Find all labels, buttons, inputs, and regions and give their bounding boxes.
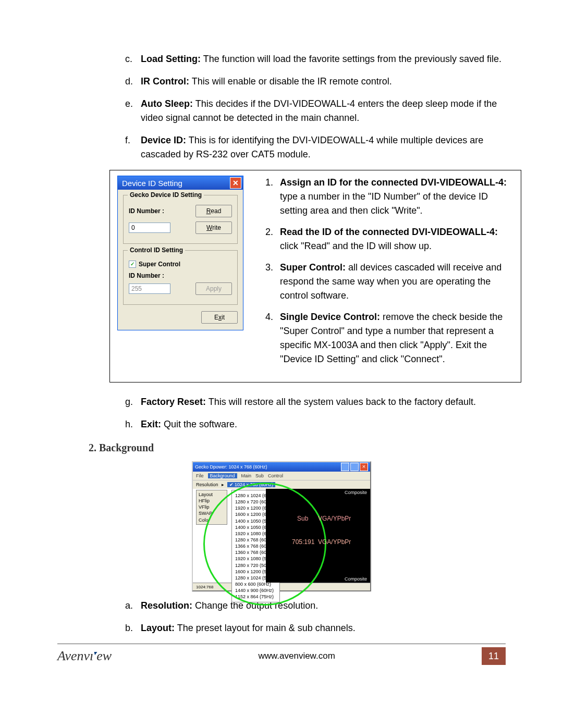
step-read-id: 2.Read the ID of the connected DVI-VIDEO… <box>265 225 513 253</box>
list-settings-g-h: g. Factory Reset: This will restore all … <box>125 395 506 431</box>
menubar: File Background Main Sub Control <box>193 472 370 480</box>
group-control-id: Control ID Setting ✓ Super Control ID Nu… <box>123 250 238 305</box>
close-icon[interactable]: × <box>360 463 368 471</box>
item-auto-sleep: e. Auto Sleep: This decides if the DVI-V… <box>125 97 506 125</box>
write-button[interactable]: Write <box>195 221 232 234</box>
page-number: 11 <box>482 647 506 665</box>
heading-background: 2. Background <box>89 442 506 454</box>
avenview-logo: Avenvı▾ew <box>57 648 112 664</box>
item-device-id: f. Device ID: This is for identifying th… <box>125 133 506 162</box>
group-gecko-id: Gecko Device ID Setting ID Number : Read… <box>123 195 238 244</box>
page-footer: Avenvı▾ew www.avenview.com 11 <box>57 647 506 665</box>
footer-divider <box>57 644 506 644</box>
minimize-icon[interactable] <box>341 463 349 471</box>
pos-label: 705:191 <box>292 538 314 546</box>
control-id-input <box>129 283 170 294</box>
gecko-window-screenshot: Gecko Dpower: 1024 x 768 (60Hz) × File B… <box>192 461 371 591</box>
item-factory-reset: g. Factory Reset: This will restore all … <box>125 395 506 409</box>
step-assign-id: 1.Assign an ID for the connected DVI-VID… <box>265 176 513 218</box>
step-super-control: 3.Super Control: all devices cascaded wi… <box>265 261 513 303</box>
id-number-input[interactable] <box>129 223 170 233</box>
window-controls: × <box>341 463 368 471</box>
dialog-title: Device ID Setting <box>122 179 182 188</box>
step-single-device: 4.Single Device Control: remove the chec… <box>265 310 513 366</box>
item-load-setting: c. Load Setting: The function will load … <box>125 52 506 66</box>
maximize-icon[interactable] <box>350 463 359 471</box>
item-ir-control: d. IR Control: This will enable or disab… <box>125 75 506 89</box>
preview-canvas: Composite Composite Sub VGA/YPbPr 705:19… <box>266 489 370 583</box>
footer-url: www.avenview.com <box>258 651 335 661</box>
toolbar-resolution-label[interactable]: Resolution <box>196 482 218 487</box>
menu-main[interactable]: Main <box>241 473 252 478</box>
item-exit: h. Exit: Quit the software. <box>125 417 506 431</box>
pos-type-label: VGA/YPbPr <box>318 538 351 546</box>
canvas-bottom-right-label: Composite <box>345 576 367 582</box>
background-dropdown[interactable]: Layout HFlip VFlip SWAP Color <box>196 490 227 525</box>
apply-button: Apply <box>195 282 232 295</box>
toolbar: Resolution ▸ ✔ 1024 x 768 (60Hz) <box>193 480 370 489</box>
list-settings-c-f: c. Load Setting: The function will load … <box>125 52 506 162</box>
check-icon: ✓ <box>129 261 136 268</box>
gecko-title: Gecko Dpower: 1024 x 768 (60Hz) <box>195 464 267 470</box>
control-id-number-label: ID Number : <box>129 272 232 279</box>
sub-type-label: VGA/YPbPr <box>318 515 351 522</box>
status-bar: 1024:768 <box>193 583 370 590</box>
list-background-a-b: a. Resolution: Change the output resolut… <box>125 599 506 635</box>
item-resolution: a. Resolution: Change the output resolut… <box>125 599 506 613</box>
device-id-dialog: Device ID Setting ✕ Gecko Device ID Sett… <box>117 176 243 330</box>
menu-sub[interactable]: Sub <box>255 473 264 478</box>
id-number-label: ID Number : <box>129 207 164 215</box>
close-icon[interactable]: ✕ <box>230 177 241 189</box>
menu-file[interactable]: File <box>196 473 204 478</box>
sub-label: Sub <box>297 515 308 522</box>
menu-control[interactable]: Control <box>268 473 283 478</box>
menu-background[interactable]: Background <box>208 473 237 478</box>
device-id-steps: 1.Assign an ID for the connected DVI-VID… <box>265 176 513 366</box>
canvas-top-right-label: Composite <box>345 490 367 495</box>
toolbar-resolution-selected[interactable]: ✔ 1024 x 768 (60Hz) <box>227 482 276 487</box>
exit-button[interactable]: Exit <box>201 311 238 324</box>
super-control-checkbox[interactable]: ✓ Super Control <box>129 261 180 268</box>
item-layout: b. Layout: The preset layout for main & … <box>125 621 506 635</box>
read-button[interactable]: Read <box>195 205 232 217</box>
device-id-callout-box: Device ID Setting ✕ Gecko Device ID Sett… <box>109 170 521 382</box>
